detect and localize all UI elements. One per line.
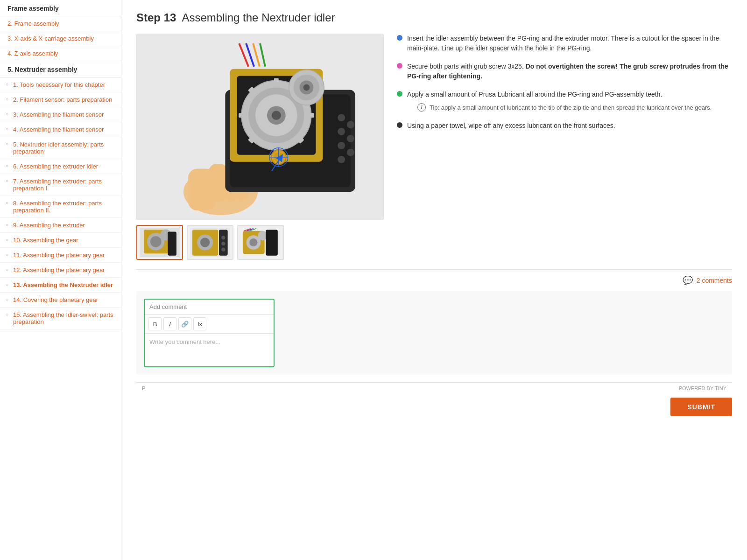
thumbnail-3[interactable] bbox=[237, 225, 284, 260]
comment-bubble-icon: 💬 bbox=[683, 275, 693, 286]
thumbnail-strip bbox=[136, 225, 384, 260]
sidebar-item-ch12[interactable]: 12. Assembling the platenary gear bbox=[0, 263, 121, 278]
thumbnail-1[interactable] bbox=[136, 225, 183, 260]
instruction-text-2-plain: Secure both parts with grub screw 3x25. bbox=[407, 63, 526, 70]
submit-row: SUBMIT bbox=[136, 394, 732, 420]
clear-format-button[interactable]: Ix bbox=[193, 317, 206, 330]
main-step-image bbox=[136, 34, 384, 220]
sidebar-item-ch9[interactable]: 9. Assembling the extruder bbox=[0, 218, 121, 233]
thumbnail-2[interactable] bbox=[187, 225, 233, 260]
svg-rect-24 bbox=[239, 113, 246, 118]
tip-box: i Tip: apply a small amount of lubricant… bbox=[417, 103, 712, 112]
svg-point-8 bbox=[338, 114, 345, 121]
svg-point-14 bbox=[338, 156, 345, 163]
sidebar-item-frame-assembly[interactable]: 2. Frame assembly bbox=[0, 16, 121, 31]
step-number: Step 13 bbox=[136, 11, 176, 24]
comments-row: 💬 2 comments bbox=[136, 269, 732, 291]
sidebar-item-ch2[interactable]: 2. Filament sensor: parts preparation bbox=[0, 92, 121, 107]
svg-point-57 bbox=[221, 247, 226, 252]
image-section bbox=[136, 34, 384, 260]
comment-editor-area: Add comment B I 🔗 Ix Write you comment h… bbox=[136, 291, 732, 375]
frame-assembly-header: Frame assembly bbox=[0, 0, 121, 16]
svg-rect-63 bbox=[266, 230, 278, 255]
link-button[interactable]: 🔗 bbox=[178, 317, 191, 330]
svg-rect-49 bbox=[168, 231, 176, 255]
svg-point-13 bbox=[347, 149, 354, 156]
instruction-text-4: Using a paper towel, wipe off any excess… bbox=[407, 121, 615, 131]
instruction-text-3: Apply a small amount of Prusa Lubricant … bbox=[407, 91, 662, 98]
instruction-2: Secure both parts with grub screw 3x25. … bbox=[397, 62, 732, 81]
comments-count[interactable]: 2 comments bbox=[697, 277, 732, 284]
sidebar-item-ch8[interactable]: 8. Assembling the extruder: parts prepar… bbox=[0, 196, 121, 218]
content-area: Insert the idler assembly between the PG… bbox=[136, 34, 732, 260]
svg-point-9 bbox=[347, 121, 354, 128]
submit-button[interactable]: SUBMIT bbox=[670, 398, 732, 416]
tinymce-footer: P POWERED BY TINY bbox=[136, 382, 732, 394]
sidebar-item-ch15[interactable]: 15. Assembling the Idler-swivel: parts p… bbox=[0, 308, 121, 329]
tip-text: Tip: apply a small amount of lubricant t… bbox=[430, 103, 712, 112]
sidebar-item-ch4[interactable]: 4. Assembling the filament sensor bbox=[0, 122, 121, 137]
instruction-3: Apply a small amount of Prusa Lubricant … bbox=[397, 90, 732, 112]
sidebar-item-ch1[interactable]: 1. Tools necessary for this chapter bbox=[0, 77, 121, 92]
sidebar: Frame assembly 2. Frame assembly 3. X-ax… bbox=[0, 0, 121, 560]
instruction-text-1: Insert the idler assembly between the PG… bbox=[407, 34, 732, 53]
svg-point-56 bbox=[221, 241, 226, 245]
bullet-1 bbox=[397, 35, 402, 41]
sidebar-item-ch11[interactable]: 11. Assembling the platenary gear bbox=[0, 248, 121, 263]
svg-point-61 bbox=[249, 238, 257, 246]
tip-icon: i bbox=[417, 103, 426, 112]
svg-rect-22 bbox=[274, 78, 279, 86]
sidebar-item-ch13[interactable]: 13. Assembling the Nextruder idler bbox=[0, 278, 121, 293]
svg-point-11 bbox=[347, 135, 354, 142]
sidebar-item-ch3[interactable]: 3. Assembling the filament sensor bbox=[0, 107, 121, 122]
editor-content-area[interactable]: Write you comment here... bbox=[145, 334, 274, 366]
bullet-4 bbox=[397, 122, 402, 128]
bold-button[interactable]: B bbox=[148, 317, 162, 330]
svg-point-33 bbox=[303, 84, 310, 91]
svg-point-10 bbox=[338, 128, 345, 135]
bullet-2 bbox=[397, 63, 402, 69]
sidebar-item-ch10[interactable]: 10. Assembling the gear bbox=[0, 233, 121, 248]
instructions-section: Insert the idler assembly between the PG… bbox=[397, 34, 732, 260]
bullet-3 bbox=[397, 91, 402, 97]
svg-point-21 bbox=[272, 111, 281, 120]
instruction-3-content: Apply a small amount of Prusa Lubricant … bbox=[407, 90, 712, 112]
italic-button[interactable]: I bbox=[163, 317, 176, 330]
step-header: Step 13 Assembling the Nextruder idler bbox=[136, 11, 732, 24]
tinymce-branding: POWERED BY TINY bbox=[679, 385, 726, 391]
main-content: Step 13 Assembling the Nextruder idler bbox=[121, 0, 747, 560]
nextruder-chapter-header: 5. Nextruder assembly bbox=[0, 61, 121, 77]
sidebar-item-ch14[interactable]: 14. Covering the planetary gear bbox=[0, 293, 121, 308]
svg-point-47 bbox=[150, 236, 162, 247]
sidebar-item-ch6[interactable]: 6. Assembling the extruder idler bbox=[0, 159, 121, 174]
svg-point-53 bbox=[200, 238, 210, 247]
svg-point-12 bbox=[338, 142, 345, 149]
instruction-text-2: Secure both parts with grub screw 3x25. … bbox=[407, 62, 732, 81]
instruction-1: Insert the idler assembly between the PG… bbox=[397, 34, 732, 53]
sidebar-item-ch5[interactable]: 5. Nextruder idler assembly: parts prepa… bbox=[0, 137, 121, 159]
sidebar-item-xaxis[interactable]: 3. X-axis & X-carriage assembly bbox=[0, 31, 121, 46]
sidebar-item-ch7[interactable]: 7. Assembling the extruder: parts prepar… bbox=[0, 174, 121, 196]
tinymce-paragraph-indicator: P bbox=[142, 385, 145, 391]
sidebar-item-zaxis[interactable]: 4. Z-axis assembly bbox=[0, 46, 121, 61]
editor-toolbar: B I 🔗 Ix bbox=[145, 315, 274, 334]
svg-point-55 bbox=[221, 236, 226, 240]
editor-header: Add comment bbox=[145, 300, 274, 315]
step-title: Assembling the Nextruder idler bbox=[182, 11, 335, 24]
instruction-4: Using a paper towel, wipe off any excess… bbox=[397, 121, 732, 131]
comment-editor-box: Add comment B I 🔗 Ix Write you comment h… bbox=[144, 299, 275, 367]
svg-rect-25 bbox=[307, 113, 314, 118]
